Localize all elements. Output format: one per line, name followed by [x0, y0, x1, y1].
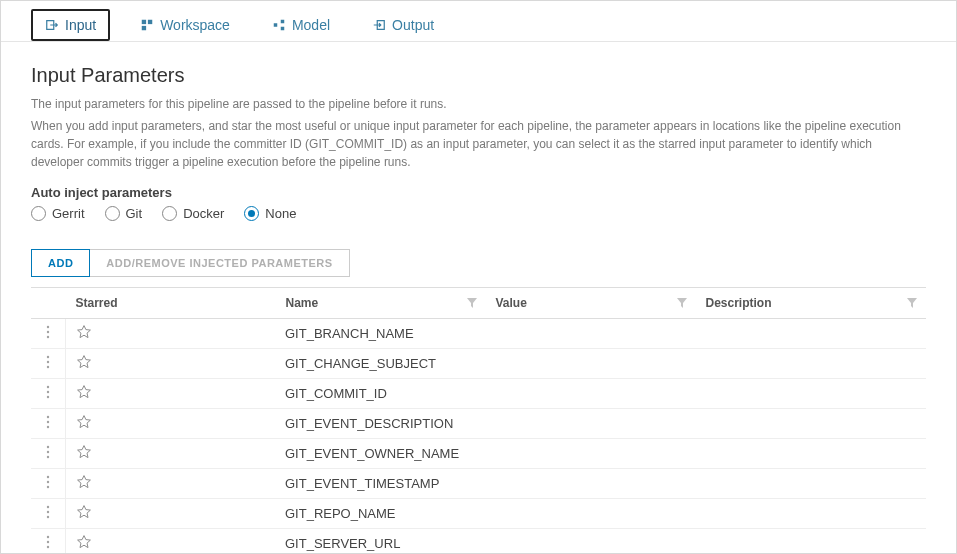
row-value: [485, 439, 695, 469]
radio-gerrit[interactable]: Gerrit: [31, 206, 85, 221]
star-icon: [76, 354, 92, 370]
auto-inject-radio-group: Gerrit Git Docker None: [31, 206, 926, 221]
svg-point-14: [47, 396, 49, 398]
row-star-toggle[interactable]: [65, 439, 275, 469]
tab-output[interactable]: Output: [360, 11, 446, 39]
row-star-toggle[interactable]: [65, 349, 275, 379]
tab-model[interactable]: Model: [260, 11, 342, 39]
radio-icon: [105, 206, 120, 221]
table-row: GIT_SERVER_URL: [31, 529, 926, 555]
svg-point-17: [47, 426, 49, 428]
row-name: GIT_BRANCH_NAME: [275, 319, 485, 349]
row-star-toggle[interactable]: [65, 319, 275, 349]
svg-point-27: [47, 536, 49, 538]
svg-point-15: [47, 416, 49, 418]
table-row: GIT_CHANGE_SUBJECT: [31, 349, 926, 379]
auto-inject-label: Auto inject parameters: [31, 185, 926, 200]
svg-rect-0: [142, 20, 146, 24]
filter-icon[interactable]: [467, 298, 477, 308]
radio-git[interactable]: Git: [105, 206, 143, 221]
svg-point-7: [47, 331, 49, 333]
kebab-menu-icon: [42, 415, 54, 429]
svg-point-12: [47, 386, 49, 388]
row-star-toggle[interactable]: [65, 409, 275, 439]
column-label: Starred: [76, 296, 118, 310]
kebab-menu-icon: [42, 355, 54, 369]
radio-icon: [31, 206, 46, 221]
tab-input[interactable]: Input: [31, 9, 110, 41]
tab-workspace[interactable]: Workspace: [128, 11, 242, 39]
row-menu-button[interactable]: [31, 409, 65, 439]
table-row: GIT_EVENT_TIMESTAMP: [31, 469, 926, 499]
radio-icon: [244, 206, 259, 221]
svg-point-21: [47, 476, 49, 478]
row-value: [485, 379, 695, 409]
column-header-starred[interactable]: Starred: [65, 288, 275, 319]
row-menu-button[interactable]: [31, 349, 65, 379]
svg-point-6: [47, 326, 49, 328]
column-header-menu: [31, 288, 65, 319]
row-star-toggle[interactable]: [65, 529, 275, 555]
row-description: [695, 499, 926, 529]
row-name: GIT_COMMIT_ID: [275, 379, 485, 409]
radio-label: None: [265, 206, 296, 221]
svg-point-20: [47, 456, 49, 458]
kebab-menu-icon: [42, 445, 54, 459]
row-menu-button[interactable]: [31, 319, 65, 349]
svg-point-11: [47, 366, 49, 368]
radio-docker[interactable]: Docker: [162, 206, 224, 221]
tab-label: Input: [65, 17, 96, 33]
svg-rect-4: [281, 20, 285, 24]
row-star-toggle[interactable]: [65, 469, 275, 499]
svg-point-16: [47, 421, 49, 423]
radio-none[interactable]: None: [244, 206, 296, 221]
table-row: GIT_EVENT_OWNER_NAME: [31, 439, 926, 469]
button-bar: ADD ADD/REMOVE INJECTED PARAMETERS: [31, 249, 926, 277]
svg-point-9: [47, 356, 49, 358]
filter-icon[interactable]: [907, 298, 917, 308]
column-header-value[interactable]: Value: [485, 288, 695, 319]
kebab-menu-icon: [42, 535, 54, 549]
row-description: [695, 439, 926, 469]
row-star-toggle[interactable]: [65, 499, 275, 529]
row-name: GIT_EVENT_DESCRIPTION: [275, 409, 485, 439]
table-header-row: Starred Name Value Description: [31, 288, 926, 319]
input-icon: [45, 18, 59, 32]
column-header-name[interactable]: Name: [275, 288, 485, 319]
parameters-table: Starred Name Value Description: [31, 288, 926, 554]
description-line1: The input parameters for this pipeline a…: [31, 95, 926, 113]
svg-point-26: [47, 516, 49, 518]
row-description: [695, 409, 926, 439]
row-description: [695, 379, 926, 409]
row-menu-button[interactable]: [31, 439, 65, 469]
add-button[interactable]: ADD: [31, 249, 90, 277]
table-row: GIT_BRANCH_NAME: [31, 319, 926, 349]
filter-icon[interactable]: [677, 298, 687, 308]
tab-label: Workspace: [160, 17, 230, 33]
kebab-menu-icon: [42, 475, 54, 489]
row-menu-button[interactable]: [31, 469, 65, 499]
column-header-description[interactable]: Description: [695, 288, 926, 319]
star-icon: [76, 324, 92, 340]
star-icon: [76, 504, 92, 520]
row-star-toggle[interactable]: [65, 379, 275, 409]
svg-rect-2: [142, 26, 146, 30]
column-label: Name: [286, 296, 319, 310]
table-row: GIT_EVENT_DESCRIPTION: [31, 409, 926, 439]
kebab-menu-icon: [42, 385, 54, 399]
row-value: [485, 349, 695, 379]
row-menu-button[interactable]: [31, 529, 65, 555]
content-area: Input Parameters The input parameters fo…: [1, 42, 956, 554]
row-menu-button[interactable]: [31, 379, 65, 409]
add-remove-injected-button: ADD/REMOVE INJECTED PARAMETERS: [90, 249, 349, 277]
svg-point-10: [47, 361, 49, 363]
svg-point-13: [47, 391, 49, 393]
row-description: [695, 349, 926, 379]
column-label: Description: [706, 296, 772, 310]
radio-icon: [162, 206, 177, 221]
svg-point-24: [47, 506, 49, 508]
star-icon: [76, 384, 92, 400]
row-menu-button[interactable]: [31, 499, 65, 529]
tab-label: Model: [292, 17, 330, 33]
tab-label: Output: [392, 17, 434, 33]
